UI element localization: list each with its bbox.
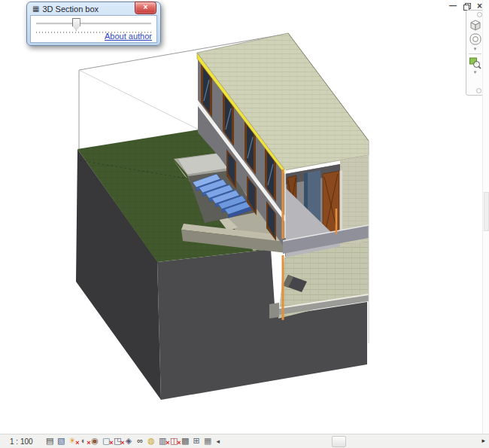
steering-wheel-button[interactable] [468, 32, 483, 46]
steering-wheel-icon [468, 32, 483, 46]
visual-style-icon[interactable]: ▧ [56, 436, 66, 446]
view-cube-button[interactable] [468, 18, 483, 32]
rendering-dialog-icon[interactable]: ◉ [90, 436, 100, 446]
detail-level-icon[interactable]: ▤ [45, 436, 55, 446]
highlight-displacement-icon[interactable]: ▩ [181, 436, 190, 446]
worksharing-display-icon[interactable]: ⊞ [192, 436, 202, 446]
dialog-icon: ▦ [32, 5, 39, 13]
guide-grid-icon[interactable]: ▦ [203, 436, 213, 446]
dialog-title-bar[interactable]: ▦ 3D Section box × [30, 2, 157, 15]
view-control-bar: 1 : 100 ▤▧☀×◐×◉▢×◳×◈∞◍▥×◫×▩⊞▦ ◂ [0, 434, 489, 448]
view-control-icons: ▤▧☀×◐×◉▢×◳×◈∞◍▥×◫×▩⊞▦ [45, 436, 213, 446]
navbar-options[interactable] [476, 88, 481, 93]
sun-path-icon[interactable]: ☀× [68, 436, 77, 446]
about-author-link[interactable]: About author [105, 32, 152, 41]
reveal-hidden-elements-icon[interactable]: ◍ [147, 436, 156, 446]
collapse-arrow-icon[interactable]: ◂ [217, 437, 220, 445]
vertical-scrollbar[interactable] [482, 0, 489, 434]
scale-button[interactable]: 1 : 100 [10, 437, 33, 446]
show-analytical-model-icon[interactable]: ◫× [169, 436, 179, 446]
crop-view-icon[interactable]: ▢× [102, 436, 111, 446]
show-crop-region-icon[interactable]: ◳× [113, 436, 123, 446]
horizontal-scroll-thumb[interactable] [332, 436, 346, 447]
vertical-scroll-thumb[interactable] [484, 192, 489, 231]
shadows-icon[interactable]: ◐× [79, 436, 89, 446]
zoom-region-button[interactable] [469, 56, 481, 69]
section-box-slider-track[interactable] [36, 23, 151, 25]
section-box-slider-thumb[interactable] [72, 18, 80, 31]
temporary-hide-isolate-icon[interactable]: ∞ [135, 436, 145, 446]
dialog-close-button[interactable]: × [135, 2, 156, 14]
section-box-dialog: ▦ 3D Section box × About author [26, 2, 161, 46]
3d-model-viewport[interactable] [0, 0, 489, 448]
navbar-divider [469, 53, 481, 54]
scroll-right-arrow[interactable]: ▸ [481, 437, 485, 444]
close-button[interactable]: × [477, 2, 482, 10]
window-controls: — × [449, 2, 482, 10]
dialog-title: 3D Section box [42, 5, 99, 14]
restore-button[interactable] [463, 3, 470, 10]
temporary-view-properties-icon[interactable]: ▥× [158, 436, 168, 446]
zoom-region-icon [469, 56, 481, 69]
revit-3d-view: ▦ 3D Section box × About author — × [0, 0, 489, 448]
unlocked-3d-view-icon[interactable]: ◈ [124, 436, 134, 446]
zoom-menu-button[interactable]: ▾ [474, 69, 477, 75]
view-cube-icon [468, 18, 483, 32]
dialog-body: About author [30, 15, 157, 43]
minimize-button[interactable]: — [449, 2, 457, 10]
steering-wheel-menu-button[interactable]: ▾ [474, 46, 477, 51]
navbar-handle[interactable] [477, 12, 482, 17]
